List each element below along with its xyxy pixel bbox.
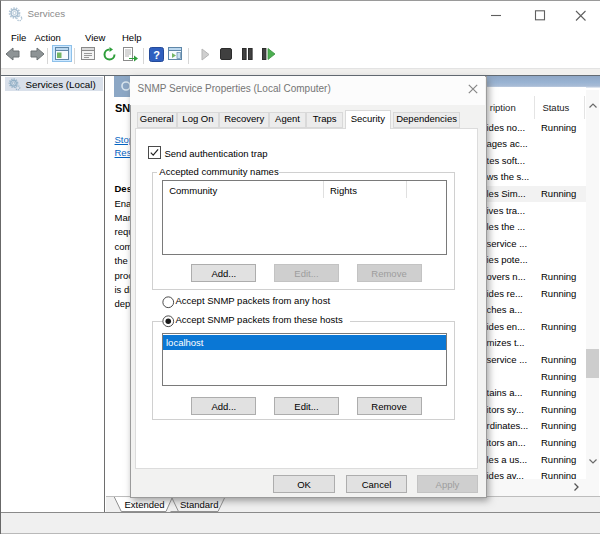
svg-text:?: ? [153,48,160,60]
svg-text:Standard: Standard [180,499,219,510]
svg-text:Extended: Extended [125,499,165,510]
